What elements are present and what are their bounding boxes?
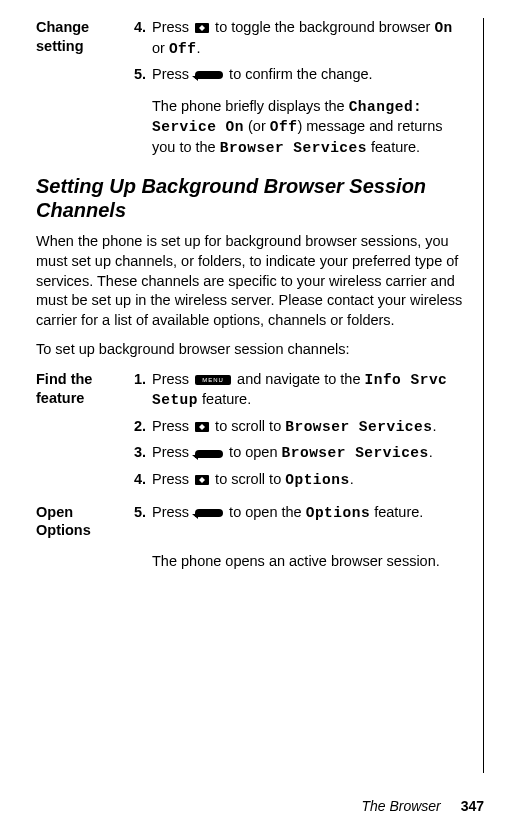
menu-key-icon: MENU: [195, 375, 231, 385]
step-text: Press to toggle the background browser O…: [152, 18, 467, 59]
page-footer: The Browser 347: [361, 798, 484, 814]
step-text: Press to scroll to Browser Services.: [152, 417, 467, 438]
select-key-icon: [195, 71, 223, 79]
section-heading: Setting Up Background Browser Session Ch…: [36, 174, 467, 222]
select-key-icon: [195, 450, 223, 458]
step-number: 5.: [130, 65, 152, 85]
open-options-label: Open Options: [36, 503, 130, 541]
step-text: Press to scroll to Options.: [152, 470, 467, 491]
step-text: Press to open Browser Services.: [152, 443, 467, 464]
result-text: The phone briefly displays the Changed: …: [152, 97, 467, 159]
scroll-key-icon: [195, 23, 209, 33]
step-text: Press MENU and navigate to the Info Srvc…: [152, 370, 467, 411]
step-number: 2.: [130, 417, 152, 438]
change-setting-label: Change setting: [36, 18, 130, 59]
scroll-key-icon: [195, 475, 209, 485]
step-number: 1.: [130, 370, 152, 411]
step-number: 4.: [130, 18, 152, 59]
scroll-key-icon: [195, 422, 209, 432]
step-text: Press to confirm the change.: [152, 65, 467, 85]
step-text: Press to open the Options feature.: [152, 503, 467, 541]
page-number: 347: [461, 798, 484, 814]
step-number: 4.: [130, 470, 152, 491]
footer-title: The Browser: [361, 798, 440, 814]
step-number: 3.: [130, 443, 152, 464]
body-paragraph: When the phone is set up for background …: [36, 232, 467, 330]
select-key-icon: [195, 509, 223, 517]
page-content: Change setting 4. Press to toggle the ba…: [36, 18, 484, 773]
result-text: The phone opens an active browser sessio…: [152, 552, 467, 572]
step-number: 5.: [130, 503, 152, 541]
find-feature-label: Find the feature: [36, 370, 130, 411]
body-paragraph: To set up background browser session cha…: [36, 340, 467, 360]
